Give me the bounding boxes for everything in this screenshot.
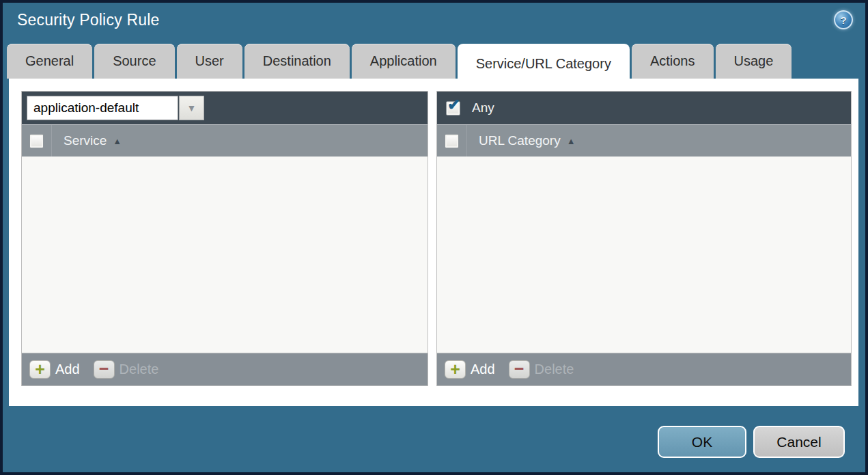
tab-general[interactable]: General (7, 44, 92, 79)
service-type-dropdown: ▼ (27, 96, 204, 120)
add-icon: + (29, 360, 51, 379)
tab-actions[interactable]: Actions (632, 44, 714, 79)
tab-usage[interactable]: Usage (716, 44, 792, 79)
url-category-list[interactable] (437, 157, 851, 353)
service-select-all-checkbox[interactable] (29, 134, 44, 148)
service-panel: ▼ Service ▲ + Add (21, 91, 428, 386)
cancel-button[interactable]: Cancel (753, 426, 845, 458)
any-checkbox[interactable]: ✔ (446, 101, 460, 116)
tab-user[interactable]: User (177, 44, 242, 79)
service-panel-footer: + Add − Delete (22, 353, 428, 385)
url-category-panel-footer: + Add − Delete (437, 353, 851, 385)
tab-service-url-category[interactable]: Service/URL Category (458, 44, 630, 83)
service-delete-button[interactable]: − Delete (94, 360, 159, 379)
delete-icon: − (509, 360, 530, 379)
url-category-column-title[interactable]: URL Category (479, 133, 561, 148)
sort-asc-icon[interactable]: ▲ (113, 136, 122, 146)
service-list[interactable] (22, 157, 428, 353)
service-select-all-cell (22, 125, 52, 157)
url-category-delete-button[interactable]: − Delete (509, 360, 574, 379)
security-policy-rule-dialog: Security Policy Rule ? General Source Us… (0, 0, 868, 475)
url-category-panel-header: ✔ Any (437, 92, 851, 124)
url-category-select-all-cell (437, 125, 467, 157)
check-icon: ✔ (447, 97, 460, 113)
service-column-header: Service ▲ (22, 124, 428, 157)
chevron-down-icon: ▼ (187, 103, 197, 113)
url-category-add-button[interactable]: + Add (445, 360, 495, 379)
service-type-input[interactable] (27, 96, 178, 120)
service-column-title[interactable]: Service (64, 133, 107, 148)
service-panel-header: ▼ (22, 92, 428, 124)
tab-application[interactable]: Application (352, 44, 456, 79)
tab-destination[interactable]: Destination (244, 44, 350, 79)
sort-asc-icon[interactable]: ▲ (567, 136, 576, 146)
delete-icon: − (94, 360, 115, 379)
tab-bar: General Source User Destination Applicat… (7, 44, 792, 83)
tab-source[interactable]: Source (94, 44, 174, 79)
help-icon[interactable]: ? (834, 10, 853, 29)
url-category-column-header: URL Category ▲ (437, 124, 851, 157)
service-add-button[interactable]: + Add (29, 360, 80, 379)
dialog-title: Security Policy Rule (17, 11, 160, 29)
add-icon: + (445, 360, 466, 379)
service-type-dropdown-button[interactable]: ▼ (179, 96, 204, 120)
dialog-body: ▼ Service ▲ + Add (9, 79, 858, 406)
url-category-select-all-checkbox[interactable] (445, 134, 459, 148)
url-category-panel: ✔ Any URL Category ▲ + Add (436, 91, 852, 386)
any-label: Any (472, 100, 494, 116)
ok-button[interactable]: OK (658, 426, 746, 458)
